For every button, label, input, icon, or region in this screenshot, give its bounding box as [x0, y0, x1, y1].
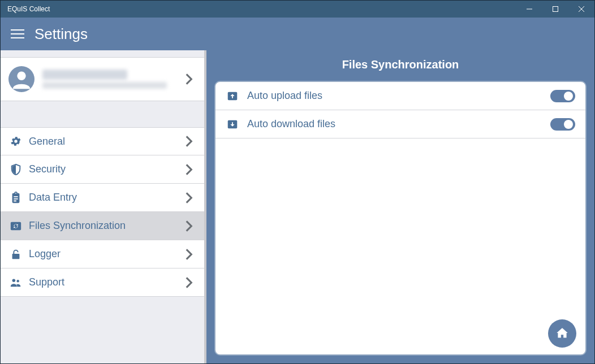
option-label: Auto upload files: [247, 90, 550, 102]
toggle-auto-upload[interactable]: [550, 90, 575, 102]
home-icon: [555, 326, 570, 341]
avatar-icon: [8, 66, 35, 92]
chevron-right-icon: [182, 73, 196, 85]
chevron-right-icon: [182, 136, 196, 147]
sidebar-item-logger[interactable]: Logger: [1, 240, 204, 268]
gear-icon: [8, 134, 23, 149]
chevron-right-icon: [182, 277, 196, 288]
svg-rect-10: [12, 254, 20, 259]
chevron-right-icon: [182, 249, 196, 260]
user-email: [42, 82, 167, 89]
main-title: Files Synchronization: [206, 50, 594, 79]
option-label: Auto download files: [247, 118, 550, 130]
option-auto-upload[interactable]: Auto upload files: [215, 82, 585, 110]
sidebar-item-label: Logger: [29, 248, 182, 260]
sidebar-item-label: Support: [29, 276, 182, 288]
close-button[interactable]: [568, 1, 594, 18]
home-button[interactable]: [548, 319, 576, 348]
svg-rect-9: [11, 222, 21, 230]
window-title: EQuIS Collect: [1, 5, 516, 13]
sidebar-item-support[interactable]: Support: [1, 268, 204, 297]
chevron-right-icon: [182, 220, 196, 232]
sidebar-item-security[interactable]: Security: [1, 155, 204, 184]
page-title: Settings: [35, 25, 88, 43]
sidebar: General Security Data En: [1, 50, 206, 363]
toggle-auto-download[interactable]: [550, 118, 575, 131]
user-text: [42, 70, 182, 89]
sidebar-item-data-entry[interactable]: Data Entry: [1, 184, 204, 212]
body: General Security Data En: [1, 50, 594, 363]
option-auto-download[interactable]: Auto download files: [215, 110, 585, 138]
sidebar-item-general[interactable]: General: [1, 127, 204, 155]
svg-point-8: [17, 72, 25, 80]
svg-point-11: [12, 279, 15, 282]
maximize-button[interactable]: [542, 1, 568, 18]
main: Files Synchronization Auto upload files …: [206, 50, 594, 363]
sidebar-item-label: Data Entry: [29, 192, 182, 203]
sidebar-item-label: Security: [29, 163, 182, 175]
sidebar-item-label: General: [29, 136, 182, 148]
minimize-button[interactable]: [516, 1, 542, 18]
chevron-right-icon: [182, 192, 196, 203]
menu-button[interactable]: [11, 28, 24, 40]
shield-icon: [8, 162, 23, 177]
header: Settings: [1, 18, 594, 50]
svg-rect-1: [553, 7, 558, 12]
window-controls: [516, 1, 594, 18]
settings-panel: Auto upload files Auto download files: [214, 81, 587, 356]
user-name: [42, 70, 127, 80]
svg-point-12: [16, 280, 19, 282]
lock-open-icon: [8, 247, 23, 262]
window: EQuIS Collect Settings: [0, 0, 595, 364]
upload-icon: [226, 89, 239, 103]
sync-icon: [8, 219, 23, 233]
sidebar-item-files-synchronization[interactable]: Files Synchronization: [1, 212, 204, 240]
download-icon: [226, 118, 239, 131]
user-profile-item[interactable]: [1, 57, 204, 101]
titlebar: EQuIS Collect: [1, 1, 594, 18]
chevron-right-icon: [182, 164, 196, 175]
clipboard-icon: [8, 190, 23, 205]
sidebar-item-label: Files Synchronization: [29, 220, 182, 232]
people-icon: [8, 275, 23, 290]
